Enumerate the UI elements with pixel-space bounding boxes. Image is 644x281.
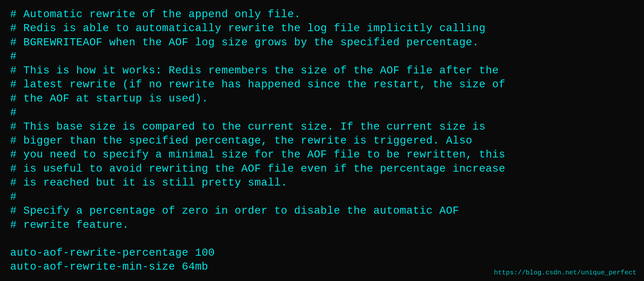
code-line: # Redis is able to automatically rewrite…: [10, 22, 634, 35]
code-block: # Automatic rewrite of the append only f…: [10, 8, 634, 274]
code-line: # bigger than the specified percentage, …: [10, 134, 634, 148]
code-line: # you need to specify a minimal size for…: [10, 148, 634, 162]
code-line: #: [10, 190, 634, 204]
code-line: # is useful to avoid rewriting the AOF f…: [10, 162, 634, 176]
code-container: # Automatic rewrite of the append only f…: [0, 0, 644, 281]
code-line: # BGREWRITEAOF when the AOF log size gro…: [10, 36, 634, 50]
code-line: # rewrite feature.: [10, 218, 634, 232]
code-line: #: [10, 106, 634, 120]
code-line: # This base size is compared to the curr…: [10, 120, 634, 134]
code-line: # Automatic rewrite of the append only f…: [10, 8, 634, 22]
empty-line: [10, 232, 634, 246]
code-line: #: [10, 50, 634, 64]
code-line: auto-aof-rewrite-percentage 100: [10, 246, 634, 260]
code-line: # Specify a percentage of zero in order …: [10, 204, 634, 218]
code-line: # is reached but it is still pretty smal…: [10, 176, 634, 190]
code-line: # This is how it works: Redis remembers …: [10, 64, 634, 78]
watermark: https://blog.csdn.net/unique_perfect: [494, 269, 636, 276]
code-line: # the AOF at startup is used).: [10, 92, 634, 106]
code-line: # latest rewrite (if no rewrite has happ…: [10, 78, 634, 92]
